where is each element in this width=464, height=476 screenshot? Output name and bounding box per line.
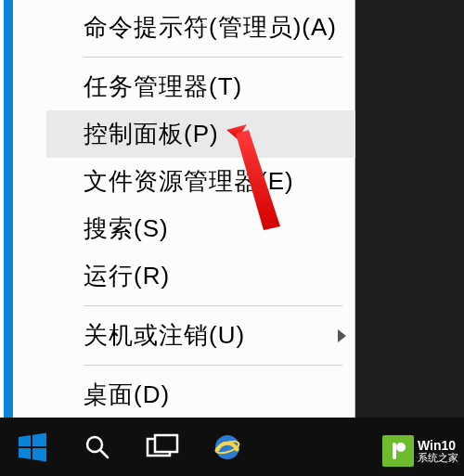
- watermark-sub: 系统之家: [418, 452, 458, 463]
- watermark-logo-icon: [382, 435, 414, 467]
- menu-item-label: 搜索(S): [84, 214, 169, 242]
- right-dark-column: [355, 0, 464, 418]
- menu-item-label: 任务管理器(T): [84, 72, 242, 100]
- svg-marker-3: [32, 432, 46, 446]
- menu-item-file-explorer[interactable]: 文件资源管理器(E): [46, 158, 355, 205]
- menu-item-label: 命令提示符(管理员)(A): [84, 13, 337, 41]
- menu-item-cmd-admin[interactable]: 命令提示符(管理员)(A): [46, 4, 355, 51]
- menu-item-search[interactable]: 搜索(S): [46, 205, 355, 252]
- menu-clip: 命令提示符(管理员)(A) 任务管理器(T) 控制面板(P) 文件资源管理器(E…: [13, 0, 355, 418]
- menu-item-label: 文件资源管理器(E): [84, 167, 294, 195]
- taskbar-task-view-button[interactable]: [130, 418, 195, 476]
- menu-item-shutdown-signout[interactable]: 关机或注销(U): [46, 312, 355, 359]
- menu-item-label: 运行(R): [84, 262, 170, 289]
- menu-list: 命令提示符(管理员)(A) 任务管理器(T) 控制面板(P) 文件资源管理器(E…: [46, 0, 355, 418]
- watermark-text: Win10 系统之家: [418, 439, 458, 463]
- menu-separator: [84, 57, 342, 58]
- menu-item-task-manager[interactable]: 任务管理器(T): [46, 63, 355, 110]
- menu-item-label: 桌面(D): [84, 380, 170, 408]
- watermark: Win10 系统之家: [382, 435, 458, 467]
- menu-item-run[interactable]: 运行(R): [46, 252, 355, 300]
- start-button[interactable]: [0, 418, 65, 476]
- svg-marker-2: [19, 435, 31, 446]
- taskbar-ie-button[interactable]: [195, 418, 260, 476]
- menu-separator: [84, 365, 342, 366]
- internet-explorer-icon: [212, 431, 243, 463]
- taskbar-search-button[interactable]: [65, 418, 130, 476]
- svg-marker-5: [32, 448, 46, 462]
- winx-menu: 命令提示符(管理员)(A) 任务管理器(T) 控制面板(P) 文件资源管理器(E…: [0, 0, 355, 418]
- svg-line-7: [100, 450, 108, 457]
- screenshot-canvas: 命令提示符(管理员)(A) 任务管理器(T) 控制面板(P) 文件资源管理器(E…: [0, 0, 464, 476]
- task-view-icon: [145, 433, 180, 461]
- menu-item-control-panel[interactable]: 控制面板(P): [46, 110, 355, 158]
- svg-marker-4: [19, 448, 31, 459]
- menu-separator: [84, 305, 342, 306]
- watermark-brand: Win10: [418, 439, 458, 452]
- menu-item-label: 关机或注销(U): [84, 321, 245, 349]
- menu-item-label: 控制面板(P): [84, 120, 219, 148]
- svg-rect-9: [155, 435, 177, 452]
- menu-item-desktop[interactable]: 桌面(D): [46, 371, 355, 418]
- windows-logo-icon: [17, 431, 48, 463]
- search-icon: [84, 433, 111, 461]
